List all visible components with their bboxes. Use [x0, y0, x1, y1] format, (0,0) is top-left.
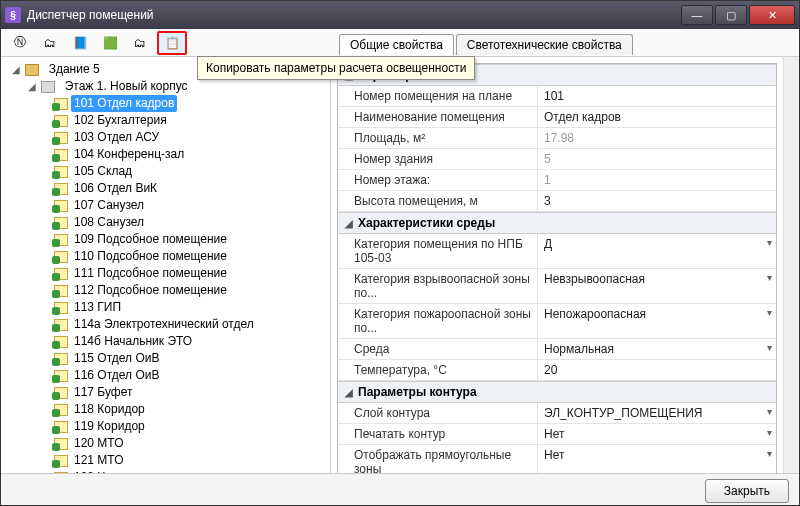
chevron-down-icon[interactable]: ▾: [767, 406, 772, 417]
property-value[interactable]: Непожароопасная▾: [538, 304, 776, 338]
property-value[interactable]: 5: [538, 149, 776, 169]
tree-room[interactable]: 111 Подсобное помещение: [71, 265, 230, 282]
tree-room[interactable]: 122 Холл: [71, 469, 129, 473]
property-row[interactable]: Категория взрывоопасной зоны по...Невзры…: [338, 269, 776, 304]
property-key: Печатать контур: [338, 424, 538, 444]
expand-icon[interactable]: ◢: [11, 61, 21, 78]
tree-room[interactable]: 114б Начальник ЭТО: [71, 333, 195, 350]
property-value[interactable]: 1: [538, 170, 776, 190]
room-icon: [54, 268, 68, 280]
property-key: Наименование помещения: [338, 107, 538, 127]
chevron-down-icon[interactable]: ▾: [767, 237, 772, 248]
toolbar-btn-4[interactable]: 🗂: [127, 32, 153, 54]
close-dialog-button[interactable]: Закрыть: [705, 479, 789, 503]
property-row[interactable]: Категория пожароопасной зоны по...Непожа…: [338, 304, 776, 339]
property-value[interactable]: Нет▾: [538, 424, 776, 444]
property-value[interactable]: Д▾: [538, 234, 776, 268]
tree-room[interactable]: 112 Подсобное помещение: [71, 282, 230, 299]
chevron-down-icon[interactable]: ▾: [767, 307, 772, 318]
tree-room[interactable]: 110 Подсобное помещение: [71, 248, 230, 265]
property-row[interactable]: СредаНормальная▾: [338, 339, 776, 360]
tree-room[interactable]: 106 Отдел ВиК: [71, 180, 160, 197]
property-row[interactable]: Номер помещения на плане101: [338, 86, 776, 107]
toolbar-btn-3[interactable]: 🟩: [97, 32, 123, 54]
close-button[interactable]: ✕: [749, 5, 795, 25]
chevron-down-icon[interactable]: ▾: [767, 342, 772, 353]
tab-general[interactable]: Общие свойства: [339, 34, 454, 55]
room-icon: [54, 370, 68, 382]
property-value[interactable]: Отдел кадров: [538, 107, 776, 127]
property-row[interactable]: Высота помещения, м3: [338, 191, 776, 212]
property-value[interactable]: 20: [538, 360, 776, 380]
copy-lighting-params-button[interactable]: 📋: [157, 31, 187, 55]
toolbar-btn-logo[interactable]: Ⓝ: [7, 32, 33, 54]
room-icon: [54, 438, 68, 450]
titlebar: § Диспетчер помещений — ▢ ✕: [1, 1, 799, 29]
expand-icon[interactable]: ◢: [27, 78, 37, 95]
room-tree[interactable]: ◢ Здание 5 ◢ Этаж 1. Новый корпус 101 От…: [7, 61, 330, 473]
room-icon: [54, 149, 68, 161]
tree-room[interactable]: 103 Отдел АСУ: [71, 129, 162, 146]
tree-room[interactable]: 115 Отдел ОиВ: [71, 350, 162, 367]
property-value[interactable]: 17.98: [538, 128, 776, 148]
tree-room[interactable]: 119 Коридор: [71, 418, 148, 435]
tab-lighting[interactable]: Светотехнические свойства: [456, 34, 633, 55]
tree-floor[interactable]: Этаж 1. Новый корпус: [62, 78, 191, 95]
tree-room[interactable]: 118 Коридор: [71, 401, 148, 418]
room-icon: [54, 234, 68, 246]
property-row[interactable]: Наименование помещенияОтдел кадров: [338, 107, 776, 128]
property-row[interactable]: Площадь, м²17.98: [338, 128, 776, 149]
chevron-down-icon[interactable]: ▾: [767, 272, 772, 283]
tree-room[interactable]: 102 Бухгалтерия: [71, 112, 170, 129]
room-icon: [54, 336, 68, 348]
tree-panel: ◢ Здание 5 ◢ Этаж 1. Новый корпус 101 От…: [1, 57, 331, 473]
maximize-button[interactable]: ▢: [715, 5, 747, 25]
group-environment[interactable]: ◢Характеристики среды: [338, 212, 776, 234]
minimize-button[interactable]: —: [681, 5, 713, 25]
tree-room[interactable]: 101 Отдел кадров: [71, 95, 177, 112]
property-value[interactable]: Невзрывоопасная▾: [538, 269, 776, 303]
group-contour[interactable]: ◢Параметры контура: [338, 381, 776, 403]
tree-room[interactable]: 114а Электротехнический отдел: [71, 316, 257, 333]
room-icon: [54, 472, 68, 473]
property-row[interactable]: Температура, °C20: [338, 360, 776, 381]
toolbar-btn-1[interactable]: 🗂: [37, 32, 63, 54]
tree-room[interactable]: 109 Подсобное помещение: [71, 231, 230, 248]
property-row[interactable]: Категория помещения по НПБ 105-03Д▾: [338, 234, 776, 269]
tree-room[interactable]: 104 Конференц-зал: [71, 146, 187, 163]
room-icon: [54, 251, 68, 263]
property-row[interactable]: Номер этажа:1: [338, 170, 776, 191]
tree-building[interactable]: Здание 5: [46, 61, 103, 78]
tree-room[interactable]: 105 Склад: [71, 163, 135, 180]
room-icon: [54, 404, 68, 416]
toolbar: Ⓝ 🗂 📘 🟩 🗂 📋 Общие свойства Светотехничес…: [1, 29, 799, 57]
tree-room[interactable]: 121 МТО: [71, 452, 126, 469]
property-value[interactable]: Нормальная▾: [538, 339, 776, 359]
toolbar-btn-2[interactable]: 📘: [67, 32, 93, 54]
property-key: Отображать прямоугольные зоны: [338, 445, 538, 473]
room-icon: [54, 387, 68, 399]
floor-icon: [41, 81, 55, 93]
property-key: Категория взрывоопасной зоны по...: [338, 269, 538, 303]
tree-room[interactable]: 117 Буфет: [71, 384, 135, 401]
tree-room[interactable]: 113 ГИП: [71, 299, 124, 316]
property-row[interactable]: Слой контураЭЛ_КОНТУР_ПОМЕЩЕНИЯ▾: [338, 403, 776, 424]
scrollbar[interactable]: [783, 57, 799, 473]
chevron-down-icon[interactable]: ▾: [767, 448, 772, 459]
room-icon: [54, 132, 68, 144]
property-value[interactable]: Нет▾: [538, 445, 776, 473]
property-key: Категория пожароопасной зоны по...: [338, 304, 538, 338]
property-row[interactable]: Номер здания5: [338, 149, 776, 170]
tree-room[interactable]: 120 МТО: [71, 435, 126, 452]
property-value[interactable]: 3: [538, 191, 776, 211]
property-row[interactable]: Отображать прямоугольные зоныНет▾: [338, 445, 776, 473]
tree-room[interactable]: 116 Отдел ОиВ: [71, 367, 162, 384]
property-row[interactable]: Печатать контурНет▾: [338, 424, 776, 445]
tree-room[interactable]: 108 Санузел: [71, 214, 147, 231]
tree-room[interactable]: 107 Санузел: [71, 197, 147, 214]
app-icon: §: [5, 7, 21, 23]
property-value[interactable]: ЭЛ_КОНТУР_ПОМЕЩЕНИЯ▾: [538, 403, 776, 423]
property-value[interactable]: 101: [538, 86, 776, 106]
room-icon: [54, 166, 68, 178]
chevron-down-icon[interactable]: ▾: [767, 427, 772, 438]
